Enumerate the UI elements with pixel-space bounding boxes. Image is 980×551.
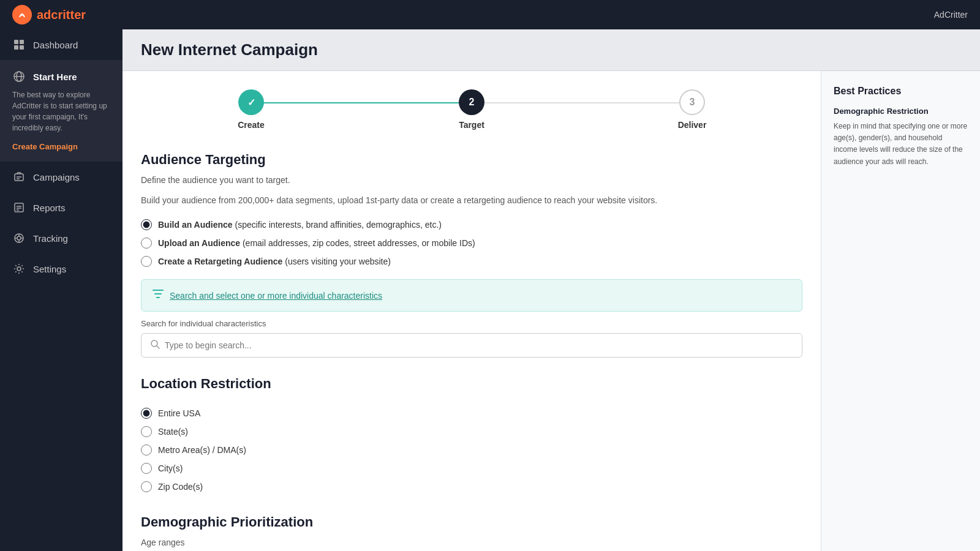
step-circle-create: ✓ [238,89,264,115]
settings-icon [12,262,26,276]
logo-icon [12,5,32,24]
step-label-deliver: Deliver [678,120,707,130]
step-label-target: Target [459,120,484,130]
sidebar-item-start-here[interactable]: Start Here The best way to explore AdCri… [0,60,123,162]
create-campaign-button[interactable]: Create Campaign [12,142,78,151]
radio-metro[interactable]: Metro Area(s) / DMA(s) [141,444,802,455]
sidebar-item-dashboard[interactable]: Dashboard [0,29,123,60]
radio-zip-label: Zip Code(s) [158,482,203,492]
sidebar: Dashboard Start Here The best way to exp… [0,29,123,551]
radio-states-input[interactable] [141,426,152,437]
sidebar-item-reports[interactable]: Reports [0,192,123,223]
step-target: 2 Target [361,89,582,130]
svg-rect-11 [15,203,23,212]
svg-rect-2 [20,40,24,44]
radio-retarget-audience[interactable]: Create a Retargeting Audience (users vis… [141,256,802,267]
demographic-title: Demographic Prioritization [141,514,802,530]
best-practices-title: Best Practices [834,86,968,97]
svg-point-16 [17,236,21,240]
radio-retarget-label: Create a Retargeting Audience (users vis… [158,257,391,266]
sidebar-item-settings[interactable]: Settings [0,253,123,284]
start-here-label: Start Here [33,72,77,82]
best-practices-panel: Best Practices Demographic Restriction K… [821,71,980,551]
search-icon [150,339,160,351]
filter-icon [153,288,164,302]
start-here-title[interactable]: Start Here [12,70,110,83]
step-create: ✓ Create [141,89,361,130]
search-for-label: Search for individual characteristics [141,319,802,328]
sidebar-item-campaigns[interactable]: Campaigns [0,162,123,192]
stepper: ✓ Create 2 Target 3 Deliver [141,89,802,130]
radio-zip-input[interactable] [141,481,152,492]
campaigns-icon [12,170,26,184]
search-input-wrapper [141,333,802,358]
logo-text: adcritter [37,8,86,22]
search-banner-text: Search and select one or more individual… [170,291,382,301]
radio-metro-input[interactable] [141,444,152,455]
main-content: ✓ Create 2 Target 3 Deliver [123,71,821,551]
step-deliver: 3 Deliver [582,89,802,130]
page-header: New Internet Campaign [123,29,980,71]
start-here-description: The best way to explore AdCritter is to … [12,89,110,133]
sidebar-label-campaigns: Campaigns [33,172,80,182]
age-ranges-label: Age ranges [141,536,802,549]
svg-point-21 [17,267,21,271]
radio-city[interactable]: City(s) [141,463,802,474]
topbar: adcritter AdCritter [0,0,980,29]
logo-accent: ad [37,8,51,21]
radio-upload-audience[interactable]: Upload an Audience (email addresses, zip… [141,238,802,249]
sidebar-label-reports: Reports [33,203,66,213]
audience-targeting-desc2: Build your audience from 200,000+ data s… [141,194,802,207]
tracking-icon [12,231,26,245]
bp-demographic-text: Keep in mind that specifying one or more… [834,121,968,168]
radio-zip[interactable]: Zip Code(s) [141,481,802,492]
sidebar-label-settings: Settings [33,264,66,274]
svg-rect-3 [14,45,18,50]
step-line-2 [472,102,692,103]
sidebar-item-tracking[interactable]: Tracking [0,223,123,253]
page-body: ✓ Create 2 Target 3 Deliver [123,71,980,551]
search-input[interactable] [160,334,793,357]
page-title: New Internet Campaign [141,40,962,59]
content-area: New Internet Campaign ✓ Create 2 [123,29,980,551]
radio-city-input[interactable] [141,463,152,474]
radio-metro-label: Metro Area(s) / DMA(s) [158,445,246,455]
sidebar-label-dashboard: Dashboard [33,40,78,50]
radio-city-label: City(s) [158,463,183,473]
svg-rect-1 [14,40,18,44]
radio-states-label: State(s) [158,427,188,437]
radio-usa-label: Entire USA [158,408,200,418]
radio-usa-input[interactable] [141,408,152,419]
logo-rest: critter [51,8,86,21]
topbar-user-label: AdCritter [934,10,968,20]
svg-line-23 [157,346,159,348]
radio-retarget-input[interactable] [141,256,152,267]
location-restriction-title: Location Restriction [141,376,802,392]
reports-icon [12,201,26,214]
audience-targeting-title: Audience Targeting [141,152,802,168]
main-layout: Dashboard Start Here The best way to exp… [0,29,980,551]
radio-upload-input[interactable] [141,238,152,249]
step-circle-deliver: 3 [679,89,705,115]
audience-targeting-desc1: Define the audience you want to target. [141,174,802,187]
step-label-create: Create [238,120,265,130]
radio-build-audience[interactable]: Build an Audience (specific interests, b… [141,219,802,230]
radio-entire-usa[interactable]: Entire USA [141,408,802,419]
radio-build-input[interactable] [141,219,152,230]
radio-upload-label: Upload an Audience (email addresses, zip… [158,238,475,248]
radio-states[interactable]: State(s) [141,426,802,437]
globe-icon [12,70,26,83]
svg-rect-4 [20,45,24,50]
radio-build-label: Build an Audience (specific interests, b… [158,220,442,230]
sidebar-label-tracking: Tracking [33,233,68,244]
search-characteristics-banner[interactable]: Search and select one or more individual… [141,279,802,312]
bp-demographic-title: Demographic Restriction [834,107,968,116]
logo: adcritter [12,5,86,24]
dashboard-icon [12,38,26,51]
step-circle-target: 2 [459,89,484,115]
step-line-1 [251,102,472,103]
